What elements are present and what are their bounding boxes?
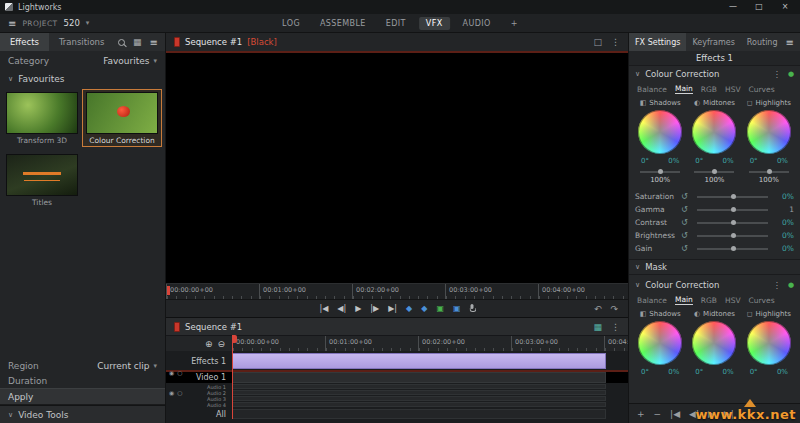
param-slider[interactable] [697,235,768,237]
audio-track-toggles[interactable]: ◉ ○ [169,390,183,396]
colour-correction-section-header[interactable]: ∨ Colour Correction ⋮ ● [629,66,800,82]
track-label[interactable]: All [166,409,232,419]
fx-panel-menu-icon[interactable]: ≡ [786,33,800,51]
play-button[interactable]: ▶ [355,304,361,313]
video-monitor[interactable] [166,51,628,283]
video-track-toggles[interactable]: ◉ ○ [169,370,183,376]
reset-icon[interactable]: ↺ [681,231,693,240]
all-track-bar[interactable] [232,409,606,419]
tab-edit[interactable]: EDIT [379,17,413,30]
reset-icon[interactable]: ↺ [681,192,693,201]
playhead[interactable] [232,335,233,419]
timeline-settings-icon[interactable]: ▦ [593,322,602,332]
tab-main[interactable]: Main [675,84,693,94]
timeline-menu-icon[interactable]: ⋮ [611,322,620,332]
tab-main[interactable]: Main [675,295,693,305]
track-label[interactable]: Audio 3 [166,396,232,401]
mark-in-button[interactable]: ◆ [406,304,412,313]
highlights-colour-wheel[interactable] [747,110,791,154]
effect-enabled-icon[interactable]: ● [788,281,794,289]
panel-menu-icon[interactable]: ≡ [150,37,158,48]
midtones-colour-wheel[interactable] [692,110,736,154]
tab-vfx[interactable]: VFX [419,17,450,30]
track-label[interactable]: Effects 1 [166,353,232,369]
audio-clip[interactable] [232,390,606,395]
apply-button[interactable]: Apply [0,388,165,405]
tab-hsv[interactable]: HSV [725,296,741,305]
add-effect-button[interactable]: + [637,409,645,419]
param-slider[interactable] [697,209,768,211]
shadows-level-slider[interactable] [640,171,680,173]
shadows-colour-wheel[interactable] [638,321,682,365]
region-dropdown[interactable]: Current clip ▾ [97,361,157,371]
tab-effects[interactable]: Effects [0,33,49,51]
tab-audio[interactable]: AUDIO [456,17,498,30]
tab-curves[interactable]: Curves [749,85,775,94]
tab-rgb[interactable]: RGB [701,296,717,305]
record-enable-icon[interactable]: ◉ [169,370,174,376]
redo-button[interactable]: ↷ [610,304,618,314]
project-name[interactable]: 520 [64,18,80,28]
minimize-button[interactable]: — [720,0,746,14]
mic-icon[interactable] [470,304,475,313]
tab-keyframes[interactable]: Keyframes [686,33,740,51]
tab-curves[interactable]: Curves [749,296,775,305]
audio-clip[interactable] [232,384,606,389]
remove-effect-button[interactable]: − [654,409,662,419]
skip-start-button[interactable]: |◀ [319,304,328,313]
reset-icon[interactable]: ↺ [681,218,693,227]
viewer-timecode-ruler[interactable]: 00:00:00+00 00:01:00+00 00:02:00+00 00:0… [166,283,628,299]
reset-icon[interactable]: ↺ [681,244,693,253]
video-clip[interactable] [232,372,606,383]
tab-assemble[interactable]: ASSEMBLE [313,17,373,30]
midtones-colour-wheel[interactable] [692,321,736,365]
colour-correction-2-section-header[interactable]: ∨ Colour Correction ⋮ ● [629,277,800,293]
param-slider[interactable] [697,248,768,250]
tab-fx-settings[interactable]: FX Settings [629,33,686,51]
tab-hsv[interactable]: HSV [725,85,741,94]
video-tools-header[interactable]: ∨ Video Tools [0,405,165,423]
insert-button[interactable]: ▣ [436,304,444,313]
fullscreen-icon[interactable]: □ [593,37,602,47]
frame-back-button[interactable]: ◀| [337,304,346,313]
maximize-button[interactable]: □ [746,0,772,14]
section-menu-icon[interactable]: ⋮ [772,69,781,79]
shadows-colour-wheel[interactable] [638,110,682,154]
effect-item-titles[interactable]: Titles [2,151,82,209]
tab-log[interactable]: LOG [275,17,307,30]
mask-section-header[interactable]: ∨ Mask [629,259,800,275]
undo-button[interactable]: ↶ [594,304,602,314]
viewer-menu-icon[interactable]: ⋮ [611,37,620,47]
param-slider[interactable] [697,222,768,224]
tab-balance[interactable]: Balance [637,296,667,305]
param-slider[interactable] [697,196,768,198]
skip-end-button[interactable]: ▶| [388,304,397,313]
close-button[interactable]: × [772,0,798,14]
frame-forward-button[interactable]: |▶ [370,304,379,313]
category-dropdown[interactable]: Favourites ▾ [103,56,157,66]
tab-balance[interactable]: Balance [637,85,667,94]
effect-enabled-icon[interactable]: ● [788,70,794,78]
audio-clip[interactable] [232,396,606,401]
add-room-button[interactable]: + [504,17,525,30]
monitor-icon[interactable]: ○ [177,390,182,396]
favourites-group-header[interactable]: ∨ Favourites [0,71,165,87]
track-label[interactable]: Audio 4 [166,402,232,407]
section-menu-icon[interactable]: ⋮ [772,280,781,290]
reset-icon[interactable]: ↺ [681,205,693,214]
overwrite-button[interactable]: ▣ [453,304,461,313]
grid-view-icon[interactable]: ▦ [133,37,142,47]
highlights-level-slider[interactable] [749,171,789,173]
track-label[interactable]: Audio 1 [166,384,232,389]
zoom-out-icon[interactable]: ⊖ [217,339,225,349]
tab-routing[interactable]: Routing [741,33,784,51]
audio-clip[interactable] [232,402,606,407]
mark-out-button[interactable]: ◆ [421,304,427,313]
project-caret-icon[interactable]: ▾ [86,19,90,27]
tab-rgb[interactable]: RGB [701,85,717,94]
skip-start-button[interactable]: |◀ [670,409,680,419]
effects-clip[interactable] [232,353,606,369]
record-enable-icon[interactable]: ◉ [169,390,174,396]
hamburger-menu-icon[interactable]: ≡ [8,18,16,29]
effect-item-transform-3d[interactable]: Transform 3D [2,89,82,147]
